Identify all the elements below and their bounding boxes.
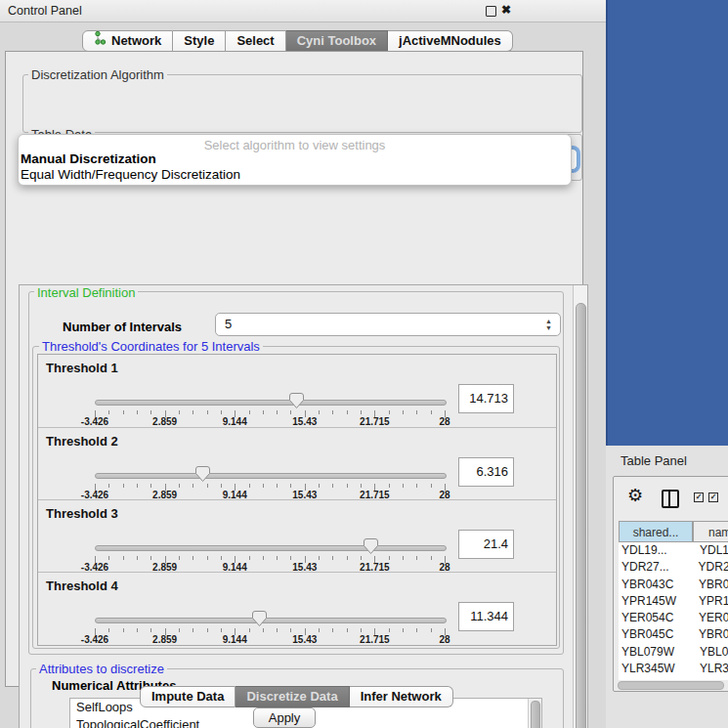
slider-tick [431,410,432,414]
slider-tick [249,628,250,632]
number-of-intervals-combobox[interactable]: 5 ▲▼ [215,313,561,336]
threshold-row: Threshold 3-3.4262.8599.14415.4321.71528… [38,499,556,573]
slider-tick [319,556,320,560]
tab-cyni-toolbox[interactable]: Cyni Toolbox [286,30,388,52]
table-row[interactable]: YPR145WYPR1 [619,593,728,610]
table-column-header[interactable]: shared... [619,521,693,542]
table-horizontal-scrollbar[interactable] [618,681,727,689]
settings-scrollbar[interactable] [573,285,587,728]
tab-jactivemnodules[interactable]: jActiveMNodules [388,30,513,52]
network-icon [94,31,107,51]
table-cell[interactable]: YPR1 [695,593,728,610]
slider-tick [290,410,291,414]
threshold-slider-thumb[interactable] [289,393,304,408]
table-cell[interactable]: YDL1 [696,542,728,559]
threshold-slider-thumb[interactable] [252,611,267,626]
table-cell[interactable]: YLR3 [696,661,728,677]
table-cell[interactable]: YLR345W [619,661,696,677]
table-cell[interactable]: YBL079W [619,644,696,661]
table-row[interactable]: YDR27...YDR2 [619,559,728,576]
scrollbar-thumb[interactable] [618,681,724,690]
table-cell[interactable]: YDR2 [695,559,728,576]
table-cell[interactable]: YDL19... [619,542,696,559]
table-cell[interactable]: YIL052C [619,677,696,680]
table-row[interactable]: YLR345WYLR3 [619,661,728,677]
float-window-icon[interactable] [486,6,496,17]
scrollbar-thumb[interactable] [576,303,586,728]
dropdown-item-equal-width-frequency[interactable]: Equal Width/Frequency Discretization [21,167,240,182]
scrollbar-thumb[interactable] [531,701,540,728]
slider-tick [290,556,291,560]
slider-tick [403,484,404,488]
tab-infer-network[interactable]: Infer Network [350,686,453,707]
attributes-scrollbar[interactable] [528,699,541,728]
table-cell[interactable]: YPR145W [619,593,695,610]
threshold-value-field[interactable]: 11.344 [458,602,514,631]
threshold-slider-track[interactable] [95,618,447,623]
checkbox-icon[interactable]: ✓ [708,492,718,502]
table-cell[interactable]: YBR0 [695,577,728,593]
table-column-header[interactable]: name [693,521,728,542]
slider-tick [263,628,264,632]
slider-tick [277,484,278,488]
slider-tick [416,484,417,488]
dropdown-item-manual-discretization[interactable]: Manual Discretization [21,151,156,166]
slider-tick [277,628,278,632]
slider-tick [403,556,404,560]
tab-select[interactable]: Select [226,30,285,52]
table-row[interactable]: YBR043CYBR0 [619,577,728,593]
table-row[interactable]: YIL052CYIL0 [619,677,728,680]
slider-tick [137,556,138,560]
table-cell[interactable]: YBL0 [696,644,728,661]
apply-button[interactable]: Apply [253,707,316,728]
slider-tick [123,556,124,560]
cyni-toolbox-panel: Discretization Algorithm Select algorith… [5,51,583,687]
threshold-value-field[interactable]: 21.4 [458,530,514,559]
table-row[interactable]: YBL079WYBL0 [619,644,728,661]
close-icon[interactable]: ✖ [501,3,511,17]
table-cell[interactable]: YBR0 [695,626,728,643]
threshold-label: Threshold 2 [46,434,118,449]
slider-tick [193,484,193,488]
table-cell[interactable]: YIL0 [696,677,724,680]
table-cell[interactable]: YBR043C [619,577,695,593]
slider-tick [123,410,124,414]
top-tab-bar: Network Style Select Cyni Toolbox jActiv… [82,30,513,52]
table-cell[interactable]: YER0 [695,610,728,626]
threshold-slider-track[interactable] [95,400,447,406]
table-row[interactable]: YER054CYER0 [619,610,728,626]
threshold-slider-thumb[interactable] [364,538,378,554]
slider-tick [207,410,208,414]
slider-tick [431,484,432,488]
threshold-slider-track[interactable] [95,473,447,479]
gear-icon[interactable]: ⚙ [627,487,643,504]
table-cell[interactable]: YDR27... [619,559,695,576]
table-cell[interactable]: YBR045C [619,626,695,643]
threshold-slider-track[interactable] [95,545,447,551]
tab-discretize-data[interactable]: Discretize Data [236,686,349,707]
table-row[interactable]: YBR045CYBR0 [619,626,728,643]
slider-tick [416,628,417,632]
threshold-value-field[interactable]: 14.713 [458,384,514,413]
columns-icon[interactable] [662,490,679,508]
threshold-slider-thumb[interactable] [195,466,210,482]
slider-tick [389,410,390,414]
checkbox-icon[interactable]: ✓ [694,492,704,502]
slider-tick [150,628,151,632]
threshold-label: Threshold 3 [46,506,118,521]
slider-tick [290,628,291,632]
tab-impute-data[interactable]: Impute Data [140,686,236,707]
slider-tick [179,484,180,488]
tab-label: Style [184,31,214,51]
threshold-value-field[interactable]: 6.316 [458,457,514,487]
threshold-row: Threshold 2-3.4262.8599.14415.4321.71528… [38,427,556,500]
slider-tick [137,484,138,488]
tab-style[interactable]: Style [173,30,226,52]
table-cell[interactable]: YER054C [619,610,695,626]
slider-tick [150,484,151,488]
table-row[interactable]: YDL19...YDL1 [619,542,728,559]
slider-tick [263,556,264,560]
tab-network[interactable]: Network [82,30,173,52]
slider-tick [263,410,264,414]
slider-tick [277,556,278,560]
